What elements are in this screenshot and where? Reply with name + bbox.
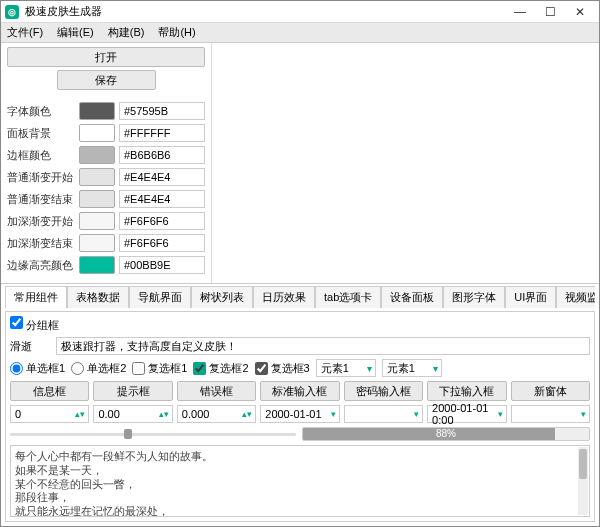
groupbox-checkbox[interactable]: 分组框 — [10, 316, 59, 333]
color-swatch[interactable] — [79, 234, 115, 252]
scrollbar[interactable] — [578, 447, 588, 515]
window-title: 极速皮肤生成器 — [25, 4, 505, 19]
tab-strip: 常用组件表格数据导航界面树状列表日历效果tab选项卡设备面板图形字体UI界面视频… — [5, 286, 595, 308]
tab-7[interactable]: 图形字体 — [443, 286, 505, 308]
scroll-text-input[interactable] — [56, 337, 590, 355]
close-button[interactable]: ✕ — [565, 2, 595, 22]
color-swatch[interactable] — [79, 146, 115, 164]
action-button-3[interactable]: 标准输入框 — [260, 381, 339, 401]
color-swatch[interactable] — [79, 190, 115, 208]
color-row: 字体颜色#57595B — [7, 100, 205, 122]
color-row: 边框颜色#B6B6B6 — [7, 144, 205, 166]
action-button-0[interactable]: 信息框 — [10, 381, 89, 401]
tab-3[interactable]: 树状列表 — [191, 286, 253, 308]
minimize-button[interactable]: — — [505, 2, 535, 22]
action-button-2[interactable]: 错误框 — [177, 381, 256, 401]
save-button[interactable]: 保存 — [57, 70, 156, 90]
color-row: 边缘高亮颜色#00BB9E — [7, 254, 205, 276]
tab-0[interactable]: 常用组件 — [5, 286, 67, 308]
spin-1[interactable]: 0▴▾ — [10, 405, 89, 423]
color-row: 面板背景#FFFFFF — [7, 122, 205, 144]
color-hex-input[interactable]: #E4E4E4 — [119, 190, 205, 208]
empty-input[interactable]: ▾ — [344, 405, 423, 423]
tab-2[interactable]: 导航界面 — [129, 286, 191, 308]
spin-2[interactable]: 0.00▴▾ — [93, 405, 172, 423]
tab-1[interactable]: 表格数据 — [67, 286, 129, 308]
action-button-5[interactable]: 下拉输入框 — [427, 381, 506, 401]
radio-1[interactable]: 单选框1 — [10, 361, 65, 376]
color-swatch[interactable] — [79, 168, 115, 186]
slider[interactable] — [10, 429, 296, 439]
color-hex-input[interactable]: #00BB9E — [119, 256, 205, 274]
maximize-button[interactable]: ☐ — [535, 2, 565, 22]
spin-3[interactable]: 0.000▴▾ — [177, 405, 256, 423]
color-row: 普通渐变结束#E4E4E4 — [7, 188, 205, 210]
color-label: 加深渐变开始 — [7, 214, 75, 229]
menu-edit[interactable]: 编辑(E) — [57, 25, 94, 40]
menu-build[interactable]: 构建(B) — [108, 25, 145, 40]
combo-1[interactable]: 元素1 — [316, 359, 376, 377]
color-label: 加深渐变结束 — [7, 236, 75, 251]
color-label: 字体颜色 — [7, 104, 75, 119]
color-hex-input[interactable]: #F6F6F6 — [119, 212, 205, 230]
story-textarea[interactable]: 每个人心中都有一段鲜不为人知的故事。 如果不是某一天， 某个不经意的回头一瞥， … — [10, 445, 590, 517]
color-label: 普通渐变开始 — [7, 170, 75, 185]
checkbox-3[interactable]: 复选框3 — [255, 361, 310, 376]
checkbox-2[interactable]: 复选框2 — [193, 361, 248, 376]
color-swatch[interactable] — [79, 256, 115, 274]
app-icon: ◎ — [5, 5, 19, 19]
scroll-label: 滑逝 — [10, 339, 50, 354]
color-label: 边缘高亮颜色 — [7, 258, 75, 273]
action-button-1[interactable]: 提示框 — [93, 381, 172, 401]
menu-file[interactable]: 文件(F) — [7, 25, 43, 40]
open-button[interactable]: 打开 — [7, 47, 205, 67]
color-hex-input[interactable]: #B6B6B6 — [119, 146, 205, 164]
color-label: 普通渐变结束 — [7, 192, 75, 207]
action-button-6[interactable]: 新窗体 — [511, 381, 590, 401]
tab-8[interactable]: UI界面 — [505, 286, 556, 308]
combo-2[interactable]: 元素1 — [382, 359, 442, 377]
datetime-input[interactable]: 2000-01-01 0:00▾ — [427, 405, 506, 423]
tab-6[interactable]: 设备面板 — [381, 286, 443, 308]
color-row: 加深渐变开始#F6F6F6 — [7, 210, 205, 232]
menu-help[interactable]: 帮助(H) — [158, 25, 195, 40]
tab-9[interactable]: 视频监控 — [556, 286, 595, 308]
titlebar: ◎ 极速皮肤生成器 — ☐ ✕ — [1, 1, 599, 23]
color-swatch[interactable] — [79, 124, 115, 142]
progress-bar: 88% — [302, 427, 590, 441]
last-input[interactable]: ▾ — [511, 405, 590, 423]
tab-4[interactable]: 日历效果 — [253, 286, 315, 308]
color-label: 边框颜色 — [7, 148, 75, 163]
color-row: 加深渐变结束#F6F6F6 — [7, 232, 205, 254]
color-label: 面板背景 — [7, 126, 75, 141]
color-swatch[interactable] — [79, 212, 115, 230]
color-hex-input[interactable]: #F6F6F6 — [119, 234, 205, 252]
preview-area — [211, 43, 599, 283]
menubar: 文件(F) 编辑(E) 构建(B) 帮助(H) — [1, 23, 599, 43]
color-row: 普通渐变开始#E4E4E4 — [7, 166, 205, 188]
color-swatch[interactable] — [79, 102, 115, 120]
checkbox-1[interactable]: 复选框1 — [132, 361, 187, 376]
color-hex-input[interactable]: #FFFFFF — [119, 124, 205, 142]
tab-body: 分组框 滑逝 单选框1 单选框2 复选框1 复选框2 复选框3 元素1 元素1 … — [5, 311, 595, 522]
radio-2[interactable]: 单选框2 — [71, 361, 126, 376]
color-hex-input[interactable]: #57595B — [119, 102, 205, 120]
left-panel: 打开 保存 字体颜色#57595B面板背景#FFFFFF边框颜色#B6B6B6普… — [1, 43, 211, 283]
tab-5[interactable]: tab选项卡 — [315, 286, 381, 308]
color-hex-input[interactable]: #E4E4E4 — [119, 168, 205, 186]
date-input[interactable]: 2000-01-01▾ — [260, 405, 339, 423]
action-button-4[interactable]: 密码输入框 — [344, 381, 423, 401]
